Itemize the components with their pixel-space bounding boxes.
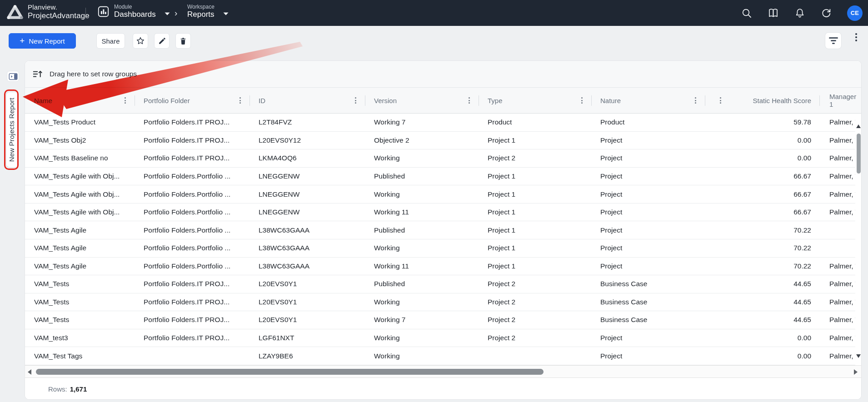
table-cell: Portfolio Folders.IT PROJ... xyxy=(135,311,249,329)
report-tab-label: New Projects Report xyxy=(8,98,15,162)
column-header-version[interactable]: Version xyxy=(374,97,397,104)
row-group-drop-zone[interactable]: Drag here to set row groups xyxy=(25,61,861,88)
table-row[interactable]: VAM_TestsPortfolio Folders.IT PROJ...L20… xyxy=(25,275,861,293)
search-button[interactable] xyxy=(741,8,752,19)
table-cell: VAM_Tests xyxy=(25,311,135,329)
table-cell: Project 1 xyxy=(479,221,591,239)
column-header-nature[interactable]: Nature xyxy=(600,97,621,104)
table-cell: Project xyxy=(591,203,705,221)
table-cell: VAM_Tests Obj2 xyxy=(25,132,135,149)
table-cell: Project xyxy=(591,168,705,185)
chevron-down-icon xyxy=(164,12,170,16)
notifications-button[interactable] xyxy=(794,8,805,19)
table-cell: Working xyxy=(365,149,479,167)
table-cell xyxy=(135,347,249,365)
delete-button[interactable] xyxy=(175,33,191,49)
column-header-static-health-score[interactable]: Static Health Score xyxy=(753,97,811,104)
table-cell: Palmer, T xyxy=(819,347,856,365)
refresh-button[interactable] xyxy=(821,8,832,19)
table-row[interactable]: VAM_Tests Agile with Obj...Portfolio Fol… xyxy=(25,203,861,222)
table-row[interactable]: VAM_Tests AgilePortfolio Folders.Portfol… xyxy=(25,221,861,239)
table-row[interactable]: VAM_test3Portfolio Folders.IT PROJ...LGF… xyxy=(25,329,861,347)
table-row[interactable]: VAM_Tests AgilePortfolio Folders.Portfol… xyxy=(25,239,861,258)
table-cell: 66.67 xyxy=(737,185,819,203)
grid-header-row: Name Portfolio Folder ID Version Type Na… xyxy=(25,88,861,114)
table-cell: Palmer, T xyxy=(819,149,856,167)
table-cell: Business Case xyxy=(591,275,705,293)
table-row[interactable]: VAM_Tests Baseline noPortfolio Folders.I… xyxy=(25,149,861,168)
table-cell: Working 11 xyxy=(365,258,479,275)
table-cell: VAM_Tests Agile xyxy=(25,239,135,257)
column-menu-version[interactable] xyxy=(468,96,471,104)
grid-status-bar: Rows: 1,671 xyxy=(25,378,861,400)
expand-panel-icon xyxy=(9,73,18,80)
table-row[interactable]: VAM_TestsPortfolio Folders.IT PROJ...L20… xyxy=(25,293,861,312)
table-cell: Project xyxy=(591,185,705,203)
kebab-menu-icon xyxy=(855,33,857,41)
column-menu-name[interactable] xyxy=(124,96,127,104)
table-cell: Portfolio Folders.IT PROJ... xyxy=(135,275,249,293)
table-cell: Portfolio Folders.IT PROJ... xyxy=(135,293,249,311)
column-menu-type[interactable] xyxy=(580,96,584,104)
more-options-button[interactable] xyxy=(849,33,863,49)
table-cell: Portfolio Folders.IT PROJ... xyxy=(135,329,249,347)
expand-panel-button[interactable] xyxy=(7,71,19,82)
table-cell: 70.22 xyxy=(737,258,819,275)
table-row[interactable]: VAM_Tests Agile with Obj...Portfolio Fol… xyxy=(25,168,861,186)
module-label: Dashboards xyxy=(114,10,156,19)
table-row[interactable]: VAM_Tests AgilePortfolio Folders.Portfol… xyxy=(25,258,861,276)
table-cell: L20EVS0Y1 xyxy=(249,311,365,329)
navbar-divider xyxy=(85,8,86,19)
column-header-name[interactable]: Name xyxy=(34,97,52,104)
table-cell: 0.00 xyxy=(737,329,819,347)
table-row[interactable]: VAM_Tests ProductPortfolio Folders.IT PR… xyxy=(25,114,861,132)
table-cell: L20EVS0Y1 xyxy=(249,293,365,311)
table-row[interactable]: VAM_Test TagsLZAY9BE6WorkingProject0.00P… xyxy=(25,347,861,365)
rows-count-label: Rows: xyxy=(48,385,67,393)
help-library-button[interactable] xyxy=(768,8,779,19)
column-header-id[interactable]: ID xyxy=(259,97,265,104)
column-menu-portfolio-folder[interactable] xyxy=(239,96,242,104)
report-tab-new-projects-report[interactable]: New Projects Report xyxy=(6,92,17,168)
module-picker[interactable]: Module Dashboards xyxy=(97,4,170,20)
table-row[interactable]: VAM_Tests Obj2Portfolio Folders.IT PROJ.… xyxy=(25,132,861,150)
new-report-button[interactable]: + New Report xyxy=(9,33,76,49)
table-cell: Palmer, T xyxy=(819,185,856,203)
filter-button[interactable] xyxy=(825,32,842,49)
table-cell: LKMA4OQ6 xyxy=(249,149,365,167)
scroll-up-icon[interactable] xyxy=(856,124,861,128)
scroll-right-icon[interactable] xyxy=(854,369,858,375)
column-menu-collapsed[interactable] xyxy=(719,96,722,104)
table-row[interactable]: VAM_TestsPortfolio Folders.IT PROJ...L20… xyxy=(25,311,861,329)
table-cell: Palmer, T xyxy=(819,329,856,347)
horizontal-scrollbar-thumb[interactable] xyxy=(36,369,544,375)
share-button[interactable]: Share xyxy=(96,33,125,49)
vertical-scrollbar-thumb[interactable] xyxy=(857,134,861,174)
scroll-left-icon[interactable] xyxy=(28,369,31,375)
table-cell: Project 1 xyxy=(479,258,591,275)
favorite-button[interactable] xyxy=(133,33,148,49)
user-avatar[interactable]: CE xyxy=(847,5,863,21)
chevron-down-icon xyxy=(223,12,229,16)
navbar-actions: CE xyxy=(741,0,863,26)
horizontal-scrollbar[interactable] xyxy=(25,365,861,378)
vertical-scrollbar[interactable] xyxy=(855,114,862,365)
table-cell: Working xyxy=(365,185,479,203)
column-header-type[interactable]: Type xyxy=(488,97,503,104)
column-menu-nature[interactable] xyxy=(694,96,697,104)
table-cell: VAM_Tests Product xyxy=(25,114,135,131)
table-cell: Palmer, T xyxy=(819,168,856,185)
edit-button[interactable] xyxy=(154,33,170,49)
scroll-down-icon[interactable] xyxy=(856,354,861,358)
table-row[interactable]: VAM_Tests Agile with Obj...Portfolio Fol… xyxy=(25,185,861,203)
table-cell: 44.65 xyxy=(737,293,819,311)
table-cell: Project xyxy=(591,221,705,239)
workspace-picker[interactable]: Workspace Reports xyxy=(187,4,229,20)
column-header-portfolio-folder[interactable]: Portfolio Folder xyxy=(144,97,190,104)
table-cell: Working xyxy=(365,347,479,365)
column-header-manager-1[interactable]: Manager 1 xyxy=(829,93,856,108)
column-menu-id[interactable] xyxy=(354,96,357,104)
table-cell: VAM_Tests Agile xyxy=(25,258,135,275)
table-cell: Project 1 xyxy=(479,203,591,221)
top-navbar: Planview. ProjectAdvantage Module Dashbo… xyxy=(0,0,868,26)
